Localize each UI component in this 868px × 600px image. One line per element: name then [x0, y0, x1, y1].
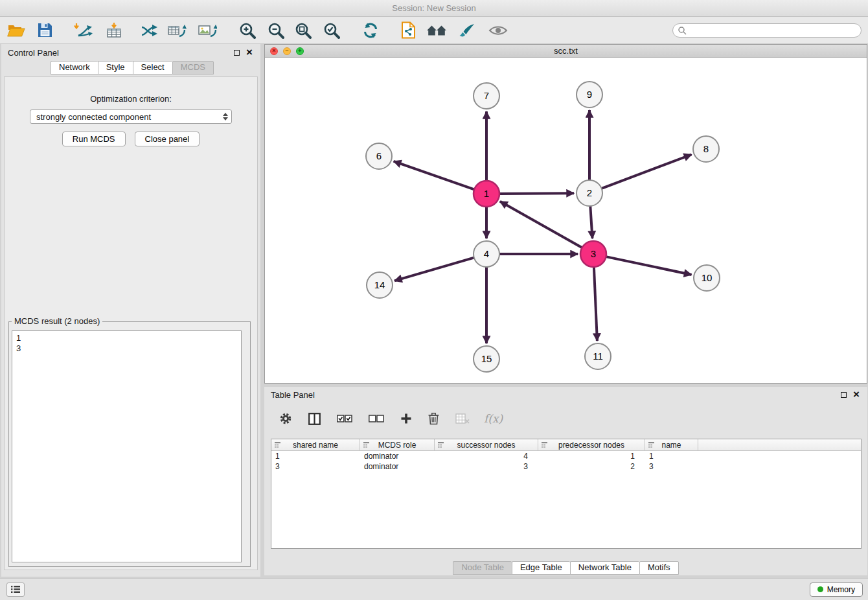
table-row[interactable]: 3dominator323: [271, 461, 861, 472]
column-header-shared-name[interactable]: shared name: [271, 439, 360, 450]
mcds-result-text[interactable]: 1 3: [12, 330, 242, 562]
run-mcds-button[interactable]: Run MCDS: [62, 132, 126, 146]
zoom-fit-button[interactable]: [293, 21, 314, 40]
refresh-button[interactable]: [360, 21, 381, 40]
graph-node-9[interactable]: 9: [577, 82, 602, 108]
save-session-button[interactable]: [36, 21, 54, 39]
export-image-button[interactable]: [196, 21, 219, 40]
graph-edge-3-1[interactable]: [500, 202, 582, 248]
control-panel-tab-select[interactable]: Select: [133, 61, 172, 75]
first-neighbors-button[interactable]: [424, 22, 449, 39]
graph-node-4[interactable]: 4: [474, 241, 499, 267]
table-tab-edge-table[interactable]: Edge Table: [512, 561, 570, 575]
apply-style-button[interactable]: [457, 21, 477, 40]
network-window-title: scc.txt: [554, 46, 578, 56]
control-panel-tab-style[interactable]: Style: [98, 61, 133, 75]
graph-node-10[interactable]: 10: [694, 265, 720, 291]
network-window-titlebar[interactable]: × − + scc.txt: [265, 45, 867, 58]
network-canvas[interactable]: 7968124314101511: [265, 58, 867, 384]
document-network-icon: [401, 21, 416, 39]
import-network-button[interactable]: [71, 21, 95, 40]
column-header-successor-nodes[interactable]: successor nodes: [435, 439, 538, 450]
control-panel-tab-mcds[interactable]: MCDS: [172, 61, 214, 75]
graph-edge-4-14[interactable]: [394, 258, 474, 281]
graph-node-11[interactable]: 11: [585, 343, 611, 369]
close-table-panel-icon[interactable]: ×: [853, 391, 860, 398]
select-all-columns-button[interactable]: [335, 413, 354, 424]
table-tab-network-table[interactable]: Network Table: [570, 561, 639, 575]
show-hide-button[interactable]: [486, 23, 510, 38]
search-input[interactable]: [689, 25, 861, 36]
graph-edge-2-3[interactable]: [590, 206, 592, 238]
eye-icon: [488, 24, 508, 37]
zoom-in-button[interactable]: [237, 21, 258, 40]
unselect-all-columns-button[interactable]: [367, 413, 386, 424]
delete-column-button[interactable]: [426, 411, 441, 426]
table-arrow-icon: [168, 23, 187, 38]
show-columns-button[interactable]: [306, 411, 323, 426]
float-panel-icon[interactable]: [234, 50, 240, 56]
zoom-selected-button[interactable]: [321, 21, 342, 40]
graph-node-2[interactable]: 2: [577, 180, 602, 206]
close-window-icon[interactable]: ×: [270, 47, 278, 55]
minimize-window-icon[interactable]: −: [283, 47, 291, 55]
table-panel-title: Table Panel: [271, 390, 315, 400]
graph-edge-3-11[interactable]: [594, 267, 597, 341]
dropdown-stepper-icon: [223, 113, 228, 121]
search-box[interactable]: [672, 23, 862, 38]
column-type-icon: [363, 441, 370, 448]
open-session-button[interactable]: [5, 22, 27, 39]
memory-button[interactable]: Memory: [810, 583, 863, 597]
table-panel-header: Table Panel ×: [264, 387, 867, 402]
svg-text:11: 11: [593, 351, 603, 362]
new-network-button[interactable]: [139, 21, 159, 40]
graph-node-1[interactable]: 1: [474, 181, 499, 207]
create-column-button[interactable]: [398, 411, 414, 426]
checked-boxes-icon: [337, 414, 352, 423]
node-table-body: 1dominator4113dominator323: [271, 451, 861, 472]
close-panel-button[interactable]: Close panel: [135, 132, 200, 146]
panel-toggle-button[interactable]: [6, 583, 25, 597]
node-table-header: shared nameMCDS rolesuccessor nodesprede…: [271, 439, 861, 451]
graph-edge-1-6[interactable]: [394, 161, 474, 190]
table-settings-button[interactable]: [277, 411, 294, 426]
graph-node-3[interactable]: 3: [580, 241, 606, 267]
graph-node-15[interactable]: 15: [474, 346, 499, 372]
import-table-button[interactable]: [104, 21, 124, 40]
table-tab-node-table[interactable]: Node Table: [453, 561, 512, 575]
column-header-name[interactable]: name: [645, 439, 698, 450]
criterion-dropdown[interactable]: strongly connected component: [30, 110, 232, 124]
graph-node-7[interactable]: 7: [474, 83, 499, 109]
graph-node-8[interactable]: 8: [693, 136, 719, 162]
function-builder-icon: f(x): [484, 412, 503, 425]
svg-text:14: 14: [374, 279, 385, 290]
float-table-panel-icon[interactable]: [841, 392, 847, 398]
maximize-window-icon[interactable]: +: [296, 47, 304, 55]
column-type-icon: [541, 441, 548, 448]
graph-node-14[interactable]: 14: [367, 272, 393, 298]
mcds-result-box: MCDS result (2 nodes) 1 3: [8, 321, 251, 567]
graph-node-6[interactable]: 6: [366, 143, 392, 169]
table-row[interactable]: 1dominator411: [271, 451, 861, 461]
zoom-in-icon: [239, 22, 256, 39]
cell-shared-name: 1: [271, 452, 360, 461]
control-panel-tab-network[interactable]: Network: [51, 61, 98, 75]
copy-network-button[interactable]: [399, 20, 418, 40]
graph-edge-1-2[interactable]: [499, 193, 574, 194]
new-network-from-table-button[interactable]: [166, 21, 188, 40]
control-panel: Control Panel × NetworkStyleSelectMCDS O…: [1, 44, 260, 577]
table-tab-motifs[interactable]: Motifs: [639, 561, 679, 575]
search-icon: [678, 26, 687, 35]
cell-predecessor-nodes: 2: [538, 462, 645, 471]
network-canvas-container: 7968124314101511: [265, 58, 867, 383]
column-header-predecessor-nodes[interactable]: predecessor nodes: [538, 439, 645, 450]
graph-edge-2-8[interactable]: [602, 155, 692, 189]
main-toolbar: [0, 17, 868, 44]
window-titlebar: Session: New Session: [0, 0, 868, 17]
node-table: shared nameMCDS rolesuccessor nodesprede…: [271, 439, 862, 549]
close-panel-icon[interactable]: ×: [246, 49, 253, 56]
zoom-out-button[interactable]: [266, 21, 286, 40]
column-header-MCDS-role[interactable]: MCDS role: [360, 439, 435, 450]
cell-successor-nodes: 4: [435, 452, 538, 461]
graph-edge-3-10[interactable]: [606, 257, 692, 275]
